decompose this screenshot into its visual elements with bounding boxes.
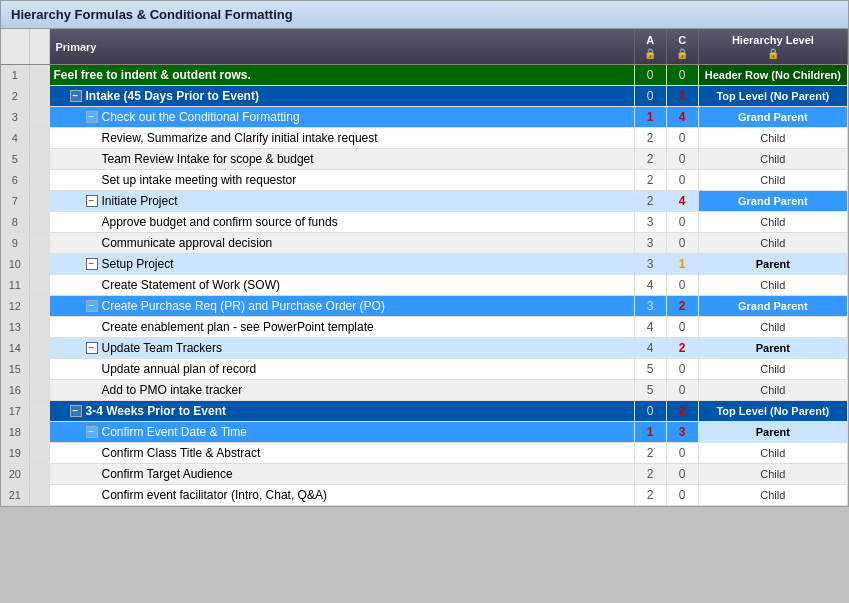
expand-icon[interactable]: −	[86, 300, 98, 312]
table-row: 14−Update Team Trackers42Parent	[1, 338, 848, 359]
row-toggle	[29, 170, 49, 191]
primary-cell: Review, Summarize and Clarify initial in…	[49, 128, 634, 149]
primary-text: Confirm Target Audience	[102, 467, 233, 481]
primary-cell: −Create Purchase Req (PR) and Purchase O…	[49, 296, 634, 317]
primary-text: Update Team Trackers	[102, 341, 223, 355]
row-toggle	[29, 338, 49, 359]
primary-cell: −3-4 Weeks Prior to Event	[49, 401, 634, 422]
table-row: 3−Check out the Conditional Formatting14…	[1, 107, 848, 128]
hierarchy-value: Child	[698, 233, 847, 254]
table-row: 6Set up intake meeting with requestor20C…	[1, 170, 848, 191]
col-c-value: 0	[666, 170, 698, 191]
col-c-value: 0	[666, 233, 698, 254]
primary-cell: Confirm event facilitator (Intro, Chat, …	[49, 485, 634, 506]
table-row: 1Feel free to indent & outdent rows.00He…	[1, 65, 848, 86]
table-row: 10−Setup Project31Parent	[1, 254, 848, 275]
expand-icon[interactable]: −	[70, 405, 82, 417]
hierarchy-value: Top Level (No Parent)	[698, 401, 847, 422]
expand-icon[interactable]: −	[70, 90, 82, 102]
col-c-value: 1	[666, 254, 698, 275]
col-header-primary: Primary	[49, 29, 634, 65]
col-header-a: A 🔒	[634, 29, 666, 65]
table-row: 18−Confirm Event Date & Time13Parent	[1, 422, 848, 443]
primary-cell: −Check out the Conditional Formatting	[49, 107, 634, 128]
hierarchy-value: Child	[698, 464, 847, 485]
row-toggle	[29, 212, 49, 233]
row-toggle	[29, 380, 49, 401]
expand-icon[interactable]: −	[86, 111, 98, 123]
table-row: 8Approve budget and confirm source of fu…	[1, 212, 848, 233]
app-title: Hierarchy Formulas & Conditional Formatt…	[11, 7, 293, 22]
primary-cell: −Update Team Trackers	[49, 338, 634, 359]
hierarchy-value: Child	[698, 485, 847, 506]
col-c-value: 0	[666, 149, 698, 170]
row-number: 6	[1, 170, 29, 191]
table-row: 12−Create Purchase Req (PR) and Purchase…	[1, 296, 848, 317]
row-number: 14	[1, 338, 29, 359]
row-toggle	[29, 485, 49, 506]
row-toggle	[29, 422, 49, 443]
col-a-value: 5	[634, 380, 666, 401]
main-table: Primary A 🔒 C 🔒 Hierarchy Level 🔒	[1, 29, 848, 506]
primary-text: Intake (45 Days Prior to Event)	[86, 89, 259, 103]
hierarchy-value: Parent	[698, 254, 847, 275]
hierarchy-value: Child	[698, 380, 847, 401]
col-a-value: 5	[634, 359, 666, 380]
header-row: Primary A 🔒 C 🔒 Hierarchy Level 🔒	[1, 29, 848, 65]
col-c-value: 0	[666, 380, 698, 401]
row-number: 2	[1, 86, 29, 107]
col-c-value: 4	[666, 191, 698, 212]
col-c-value: 0	[666, 485, 698, 506]
col-a-value: 3	[634, 212, 666, 233]
table-row: 21Confirm event facilitator (Intro, Chat…	[1, 485, 848, 506]
row-number: 12	[1, 296, 29, 317]
row-number: 21	[1, 485, 29, 506]
primary-text: Set up intake meeting with requestor	[102, 173, 297, 187]
primary-cell: Feel free to indent & outdent rows.	[49, 65, 634, 86]
expand-icon[interactable]: −	[86, 258, 98, 270]
row-number: 15	[1, 359, 29, 380]
col-a-value: 1	[634, 107, 666, 128]
col-c-value: 1	[666, 86, 698, 107]
primary-text: 3-4 Weeks Prior to Event	[86, 404, 227, 418]
col-c-value: 0	[666, 317, 698, 338]
hierarchy-value: Grand Parent	[698, 191, 847, 212]
primary-cell: Create Statement of Work (SOW)	[49, 275, 634, 296]
primary-text: Check out the Conditional Formatting	[102, 110, 300, 124]
table-row: 2−Intake (45 Days Prior to Event)01Top L…	[1, 86, 848, 107]
col-a-value: 0	[634, 86, 666, 107]
col-c-value: 0	[666, 212, 698, 233]
col-c-value: 3	[666, 422, 698, 443]
table-row: 17−3-4 Weeks Prior to Event02Top Level (…	[1, 401, 848, 422]
expand-icon[interactable]: −	[86, 426, 98, 438]
col-a-value: 2	[634, 149, 666, 170]
hierarchy-value: Top Level (No Parent)	[698, 86, 847, 107]
row-toggle	[29, 191, 49, 212]
col-c-value: 0	[666, 128, 698, 149]
hierarchy-value: Parent	[698, 338, 847, 359]
row-number: 20	[1, 464, 29, 485]
row-number: 9	[1, 233, 29, 254]
col-a-value: 4	[634, 338, 666, 359]
col-a-value: 3	[634, 296, 666, 317]
primary-cell: Set up intake meeting with requestor	[49, 170, 634, 191]
row-number: 18	[1, 422, 29, 443]
row-number: 8	[1, 212, 29, 233]
col-a-value: 1	[634, 422, 666, 443]
primary-cell: Confirm Class Title & Abstract	[49, 443, 634, 464]
col-header-toggle	[29, 29, 49, 65]
expand-icon[interactable]: −	[86, 195, 98, 207]
primary-cell: −Intake (45 Days Prior to Event)	[49, 86, 634, 107]
expand-icon[interactable]: −	[86, 342, 98, 354]
col-a-value: 2	[634, 464, 666, 485]
primary-text: Create enablement plan - see PowerPoint …	[102, 320, 374, 334]
hierarchy-value: Child	[698, 359, 847, 380]
lock-icon-hierarchy: 🔒	[705, 48, 841, 59]
primary-text: Confirm event facilitator (Intro, Chat, …	[102, 488, 327, 502]
row-toggle	[29, 128, 49, 149]
col-c-value: 0	[666, 275, 698, 296]
table-row: 13Create enablement plan - see PowerPoin…	[1, 317, 848, 338]
row-number: 11	[1, 275, 29, 296]
col-a-value: 3	[634, 254, 666, 275]
col-header-hierarchy: Hierarchy Level 🔒	[698, 29, 847, 65]
